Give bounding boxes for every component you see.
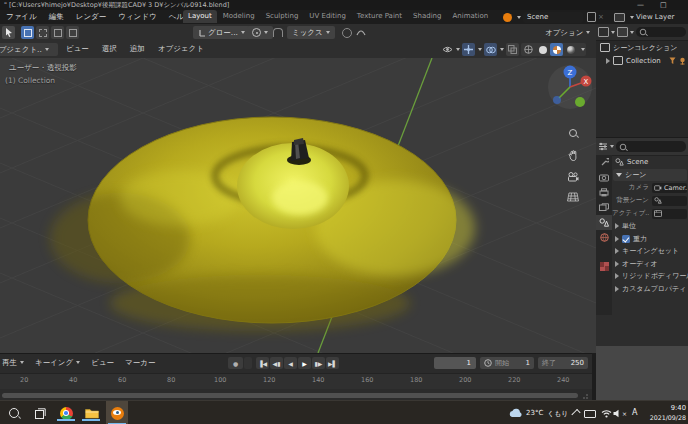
- menu-playback[interactable]: 再生: [2, 358, 24, 368]
- chevron-down-icon[interactable]: [630, 16, 634, 19]
- active-clip-field[interactable]: [652, 209, 687, 219]
- section-gravity[interactable]: 重力: [612, 233, 688, 246]
- navigation-gizmo[interactable]: Z X: [546, 62, 594, 110]
- end-frame-field[interactable]: 終了 250: [538, 357, 588, 369]
- falloff-curve-icon[interactable]: [356, 29, 366, 36]
- maximize-button[interactable]: □: [660, 0, 667, 10]
- taskbar-explorer-button[interactable]: [84, 405, 100, 421]
- menu-render[interactable]: レンダー: [74, 10, 109, 23]
- tab-scene[interactable]: [596, 215, 612, 230]
- taskbar-blender-button[interactable]: [106, 401, 128, 424]
- prev-keyframe-button[interactable]: ◀▮: [270, 357, 283, 369]
- volume-muted-icon[interactable]: ×: [612, 405, 628, 421]
- section-units[interactable]: 単位: [612, 220, 688, 233]
- viewport-3d[interactable]: ユーザー・透視投影 (1) Collection Z X: [0, 58, 596, 353]
- tray-expand-icon[interactable]: [571, 409, 580, 418]
- workspace-tab-uv-editing[interactable]: UV Editing: [304, 10, 351, 23]
- chevron-down-icon[interactable]: [581, 48, 585, 51]
- select-mode-island-button[interactable]: [66, 26, 79, 39]
- outliner-row-scene-collection[interactable]: シーンコレクション: [596, 41, 688, 54]
- view-layer-selector[interactable]: View Layer: [636, 13, 674, 21]
- weather-cloud-icon[interactable]: [508, 405, 524, 421]
- menu-select[interactable]: 選択: [102, 44, 117, 54]
- tab-view-layer[interactable]: [596, 200, 612, 215]
- workspace-tab-texture-paint[interactable]: Texture Paint: [352, 10, 407, 23]
- taskbar-clock[interactable]: 9:40 2021/09/28: [642, 404, 686, 422]
- play-button[interactable]: ▶: [298, 357, 311, 369]
- workspace-tab-animation[interactable]: Animation: [447, 10, 493, 23]
- start-frame-field[interactable]: 開始 1: [480, 357, 534, 369]
- properties-editor-icon[interactable]: [598, 142, 608, 151]
- menu-add[interactable]: 追加: [130, 44, 145, 54]
- unlink-scene-icon[interactable]: ×: [598, 13, 604, 21]
- chevron-down-icon[interactable]: [611, 31, 615, 34]
- ime-indicator[interactable]: A: [632, 408, 637, 417]
- workspace-tab-modeling[interactable]: Modeling: [218, 10, 260, 23]
- background-scene-field[interactable]: [652, 196, 687, 206]
- chevron-down-icon[interactable]: [517, 16, 521, 19]
- viewport-camera-button[interactable]: [566, 170, 580, 184]
- gizmos-toggle-dropdown[interactable]: [462, 43, 482, 56]
- viewport-zoom-button[interactable]: [566, 126, 580, 140]
- next-keyframe-button[interactable]: ▮▶: [312, 357, 325, 369]
- taskbar-temperature[interactable]: 23°C: [526, 409, 543, 417]
- workspace-tab-shading[interactable]: Shading: [408, 10, 446, 23]
- viewport-pan-button[interactable]: [566, 148, 580, 162]
- current-frame-field[interactable]: 1: [434, 357, 476, 369]
- shading-material-button[interactable]: [550, 43, 563, 56]
- section-custom-properties[interactable]: カスタムプロパティ: [612, 283, 688, 296]
- options-dropdown[interactable]: オプション: [545, 26, 590, 39]
- active-tool-button[interactable]: [2, 26, 15, 39]
- task-view-button[interactable]: [32, 405, 48, 421]
- taskbar-search-button[interactable]: [6, 405, 22, 421]
- outliner-display-mode-icon[interactable]: [598, 27, 609, 37]
- outliner-search-input[interactable]: [636, 27, 686, 37]
- select-mode-vertex-button[interactable]: [21, 26, 34, 39]
- filter-funnel-icon[interactable]: [669, 57, 676, 65]
- snap-mode-dropdown[interactable]: ミックス: [287, 26, 335, 39]
- shading-solid-button[interactable]: [536, 43, 549, 56]
- xray-toggle-button[interactable]: [506, 43, 519, 56]
- workspace-tab-rendering[interactable]: Rendering: [494, 10, 499, 23]
- workspace-tab-sculpting[interactable]: Sculpting: [261, 10, 304, 23]
- outliner-row-collection[interactable]: Collection: [596, 54, 688, 67]
- cymbal-model[interactable]: [50, 117, 475, 331]
- select-mode-face-button[interactable]: [51, 26, 64, 39]
- menu-marker[interactable]: マーカー: [125, 358, 155, 368]
- menu-view[interactable]: ビュー: [66, 44, 89, 54]
- battery-icon[interactable]: [584, 410, 596, 418]
- tab-output[interactable]: [596, 185, 612, 200]
- mode-selector-dropdown[interactable]: オブジェクト..: [0, 43, 58, 56]
- overlays-toggle-dropdown[interactable]: [484, 43, 504, 56]
- section-audio[interactable]: オーディオ: [612, 258, 688, 271]
- cursor-select-icon[interactable]: [679, 57, 686, 65]
- menu-timeline-view[interactable]: ビュー: [91, 358, 114, 368]
- jump-to-start-button[interactable]: ▐◀: [256, 357, 269, 369]
- taskbar-chrome-button[interactable]: [58, 405, 74, 421]
- menu-keying[interactable]: キーイング: [35, 358, 80, 368]
- neg-z-axis-handle[interactable]: [553, 96, 561, 104]
- properties-search-input[interactable]: [616, 141, 686, 152]
- gravity-checkbox[interactable]: [622, 235, 630, 243]
- section-keying-sets[interactable]: キーイングセット: [612, 245, 688, 258]
- viewport-perspective-button[interactable]: [566, 190, 580, 204]
- play-reverse-button[interactable]: ◀: [284, 357, 297, 369]
- shading-rendered-button[interactable]: [564, 43, 577, 56]
- jump-to-end-button[interactable]: ▶▌: [326, 357, 339, 369]
- snap-magnet-icon[interactable]: [273, 28, 283, 37]
- tab-render[interactable]: [596, 170, 612, 185]
- record-options-button[interactable]: [244, 357, 252, 369]
- tab-tool[interactable]: [596, 155, 612, 170]
- taskbar-weather[interactable]: くもり: [547, 409, 569, 419]
- shading-wireframe-button[interactable]: [522, 43, 535, 56]
- select-mode-edge-button[interactable]: [36, 26, 49, 39]
- record-button[interactable]: ●: [228, 357, 243, 369]
- menu-file[interactable]: ファイル: [4, 10, 39, 23]
- workspace-tab-layout[interactable]: Layout: [183, 10, 217, 23]
- proportional-editing-icon[interactable]: [342, 28, 352, 38]
- scene-selector[interactable]: Scene: [523, 12, 583, 23]
- expand-icon[interactable]: [606, 58, 610, 64]
- menu-edit[interactable]: 編集: [47, 10, 66, 23]
- section-rigid-body-world[interactable]: リジッドボディワール...: [612, 270, 688, 283]
- tab-texture[interactable]: [596, 259, 612, 274]
